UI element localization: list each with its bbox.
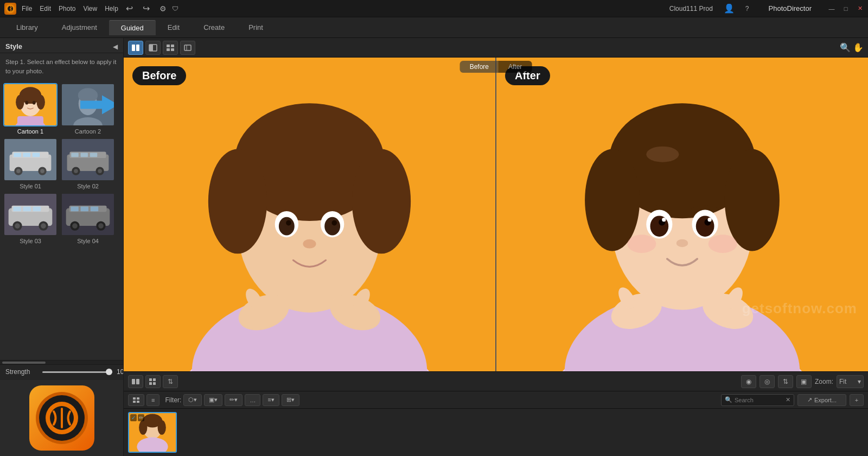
tab-create[interactable]: Create [192,20,237,35]
performance-icon[interactable]: 🛡 [172,5,178,12]
view-fit-button[interactable] [180,41,195,55]
style-item-cartoon1[interactable]: Cartoon 1 [3,83,58,135]
user-name: Cloud111 Prod [669,5,713,12]
ba-tab-after[interactable]: After [499,61,532,73]
search-input[interactable] [735,397,783,403]
svg-rect-113 [132,379,135,384]
style-item-cartoon2[interactable]: Cartoon 2 [61,83,115,135]
ft-sort-btn[interactable]: ⇅ [163,375,178,388]
user-icon[interactable]: 👤 [724,3,735,14]
export-icon: ↗ [807,396,812,403]
filmstrip-item-1[interactable]: ✓ ✏ [128,412,177,453]
tab-library[interactable]: Library [4,20,50,35]
filter-star-btn[interactable]: ⬡▾ [183,394,202,406]
filter-more-btn[interactable]: … [245,394,260,406]
search-box[interactable]: 🔍 ✕ [721,394,794,406]
search-icon: 🔍 [725,396,732,403]
filter-label: Filter: [165,396,181,404]
export-button[interactable]: ↗ Export... [797,394,846,406]
logo-area [0,380,123,456]
style-item-style01[interactable]: Style 01 [3,138,58,189]
ft-grid-btn[interactable] [145,375,161,388]
settings-icon[interactable]: ⚙ [159,4,167,13]
strength-label: Strength [5,368,38,376]
svg-rect-31 [90,153,97,157]
film-check-icon: ✓ [130,414,137,421]
maximize-button[interactable]: □ [842,5,850,12]
svg-point-23 [16,169,21,173]
tab-guided[interactable]: Guided [109,20,156,35]
view-toolbar: 🔍 ✋ [124,38,868,58]
menu-help[interactable]: Help [105,5,118,12]
menu-file[interactable]: File [22,5,32,12]
filter-grid-btn2[interactable]: ⊞▾ [282,394,299,406]
ft-share-btn[interactable]: ▣ [796,375,812,388]
minimize-button[interactable]: — [828,5,835,12]
ft-adjust-btn[interactable]: ⇅ [778,375,793,388]
left-panel: Style ◀ Step 1. Select an effect below t… [0,38,124,456]
filter-stack-btn[interactable]: ≡▾ [263,394,279,406]
filter-edit-btn[interactable]: ✏▾ [225,394,242,406]
after-panel: After [496,58,868,371]
svg-point-53 [72,223,78,229]
style01-image [4,139,56,180]
film-edit-icon: ✏ [138,414,144,421]
ft-view-btn[interactable] [128,375,143,388]
search-clear-icon[interactable]: ✕ [786,396,790,403]
svg-point-101 [696,216,714,237]
menu-photo[interactable]: Photo [59,5,75,12]
svg-rect-65 [171,45,174,47]
svg-rect-51 [91,206,98,211]
app-title-label: PhotoDirector [769,4,812,12]
zoom-select[interactable]: Fit ▾ [837,375,864,388]
svg-point-8 [25,100,28,104]
svg-point-43 [15,223,20,229]
view-before-button[interactable] [145,41,161,55]
close-button[interactable]: ✕ [856,5,864,12]
ft-circle-btn2[interactable]: ◎ [760,375,775,388]
menu-edit[interactable]: Edit [40,5,51,12]
ba-tab-before[interactable]: Before [460,61,499,73]
filmstrip-tools-right: ◉ ◎ ⇅ ▣ Zoom: Fit ▾ [741,375,864,388]
help-icon[interactable]: ? [745,5,749,12]
style-item-style03[interactable]: Style 03 [3,193,58,244]
redo-button[interactable]: ↪ [141,2,152,15]
filter-rect-btn[interactable]: ▣▾ [204,394,222,406]
svg-rect-122 [137,401,139,403]
svg-point-104 [662,218,666,221]
ft-circle-btn1[interactable]: ◉ [741,375,756,388]
svg-rect-49 [71,206,78,211]
svg-rect-114 [136,379,139,384]
filter-grid-btn1[interactable] [128,394,144,406]
add-photo-button[interactable]: + [850,394,864,406]
window-controls: — □ ✕ [828,5,864,12]
svg-rect-118 [153,382,156,385]
svg-point-55 [98,223,104,229]
tab-edit[interactable]: Edit [156,20,192,35]
view-tools-right: 🔍 ✋ [840,42,864,53]
view-grid-button[interactable] [163,41,178,55]
svg-point-77 [352,149,411,254]
cartoon2-label: Cartoon 2 [75,128,101,135]
strength-slider[interactable] [42,371,112,373]
svg-point-7 [37,94,45,109]
filter-list-btn[interactable]: ≡ [146,394,159,406]
tab-adjustment[interactable]: Adjustment [50,20,109,35]
svg-point-95 [585,149,640,251]
style03-thumb [3,193,58,236]
svg-rect-67 [171,48,174,51]
style-item-style04[interactable]: Style 04 [61,193,115,244]
hand-tool-icon[interactable]: ✋ [853,42,864,53]
panel-arrow-icon[interactable]: ◀ [113,43,118,50]
search-view-icon[interactable]: 🔍 [840,42,851,53]
before-photo [124,58,495,371]
style-grid: Cartoon 1 [0,81,123,360]
menu-view[interactable]: View [83,5,97,12]
style-item-style02[interactable]: Style 02 [61,138,115,189]
svg-rect-119 [133,397,136,400]
style01-label: Style 01 [20,183,41,189]
undo-button[interactable]: ↩ [124,2,135,15]
tab-print[interactable]: Print [237,20,275,35]
view-side-by-side-button[interactable] [128,41,143,55]
svg-point-80 [279,217,295,236]
